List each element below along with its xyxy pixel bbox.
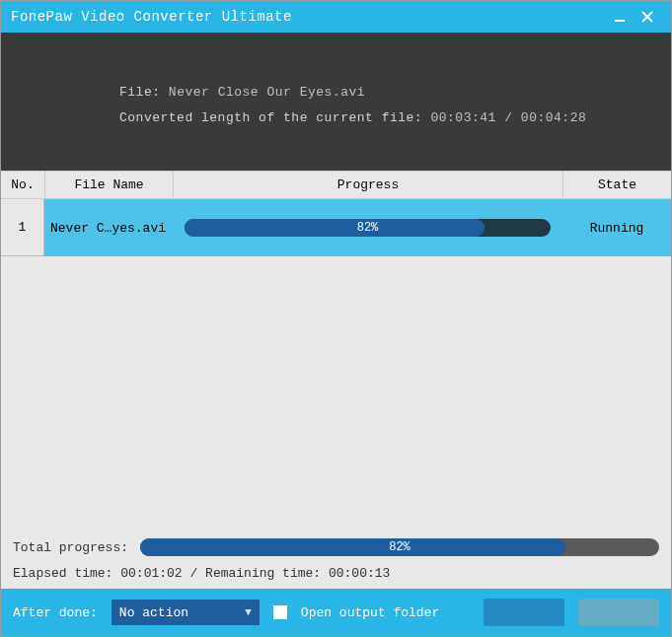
info-file-name: Never Close Our Eyes.avi [169, 85, 365, 100]
total-label: Total progress: [13, 540, 128, 555]
col-header-file: File Name [44, 172, 173, 198]
close-icon [640, 10, 654, 24]
table-header: No. File Name Progress State [1, 171, 671, 199]
total-area: Total progress: 82% Elapsed time: 00:01:… [1, 529, 671, 589]
info-length-total: 00:04:28 [521, 110, 586, 125]
table-body: 1 Never C…yes.avi 82% Running [1, 199, 671, 256]
remaining-label: Remaining time: [205, 566, 321, 581]
footer-bar: After done: No action ▼ Open output fold… [1, 589, 671, 636]
row-state-cell: Running [562, 221, 671, 236]
minimize-icon [613, 10, 627, 24]
after-done-label: After done: [13, 605, 98, 620]
info-length-elapsed: 00:03:41 [430, 110, 495, 125]
after-done-value: No action [119, 605, 188, 620]
col-header-prog: Progress [173, 172, 562, 198]
footer-button-primary[interactable] [484, 599, 564, 626]
open-output-label[interactable]: Open output folder [301, 605, 439, 620]
remaining-value: 00:00:13 [329, 566, 390, 581]
info-file-line: File: Never Close Our Eyes.avi [119, 80, 651, 106]
info-length-label: Converted length of the current file: [119, 110, 422, 125]
total-row: Total progress: 82% [13, 538, 659, 556]
row-progress-bar: 82% [185, 219, 551, 237]
open-output-checkbox[interactable] [273, 605, 287, 619]
info-length-line: Converted length of the current file: 00… [119, 106, 651, 131]
table-row[interactable]: 1 Never C…yes.avi 82% Running [1, 199, 671, 256]
row-file-cell: Never C…yes.avi [44, 221, 173, 236]
chevron-down-icon: ▼ [245, 606, 252, 618]
elapsed-label: Elapsed time: [13, 566, 112, 581]
row-no-cell: 1 [1, 199, 44, 256]
timing-line: Elapsed time: 00:01:02 / Remaining time:… [13, 566, 659, 581]
after-done-select[interactable]: No action ▼ [112, 600, 260, 625]
col-header-no: No. [1, 172, 44, 198]
timing-sep: / [189, 566, 197, 581]
info-length-sep: / [504, 110, 512, 125]
titlebar: FonePaw Video Converter Ultimate [1, 1, 671, 33]
info-file-label: File: [119, 85, 161, 100]
row-prog-cell: 82% [173, 219, 562, 237]
minimize-button[interactable] [606, 3, 634, 31]
row-progress-label: 82% [185, 219, 551, 237]
elapsed-value: 00:01:02 [120, 566, 182, 581]
close-button[interactable] [634, 3, 661, 31]
app-window: FonePaw Video Converter Ultimate File: N… [0, 0, 672, 637]
col-header-state: State [562, 172, 671, 198]
empty-area [1, 256, 671, 529]
total-progress-label: 82% [140, 538, 659, 556]
conversion-info-panel: File: Never Close Our Eyes.avi Converted… [1, 33, 671, 171]
total-progress-bar: 82% [140, 538, 659, 556]
footer-button-secondary[interactable] [578, 599, 659, 626]
app-title: FonePaw Video Converter Ultimate [11, 9, 606, 25]
